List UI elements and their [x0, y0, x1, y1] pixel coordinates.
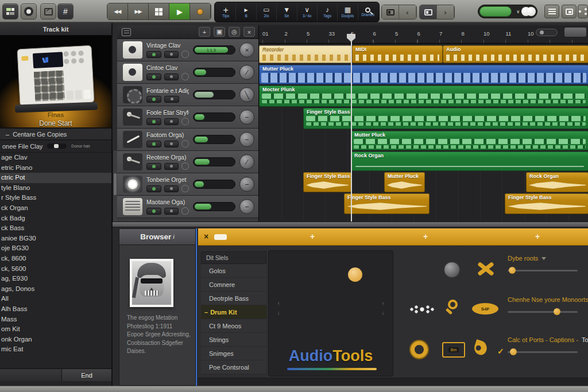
- lcd-output-button[interactable]: ▦Doojois: [338, 3, 358, 21]
- category-item[interactable]: Deotrple Bass: [201, 292, 266, 305]
- track-action-button[interactable]: ⁄: [239, 154, 254, 169]
- category-item[interactable]: Strings: [201, 333, 266, 347]
- chenhe-slider[interactable]: [508, 311, 578, 313]
- xy-pad-ball[interactable]: [348, 267, 362, 282]
- list-item[interactable]: ck Organ: [0, 203, 111, 214]
- category-item[interactable]: Poe Contsroal: [201, 360, 266, 374]
- list-item[interactable]: tyle Blano: [0, 183, 111, 193]
- list-item[interactable]: All: [0, 294, 111, 304]
- midi-region-green[interactable]: Rock Organ: [351, 152, 588, 171]
- add-marker-icon[interactable]: +: [535, 232, 540, 241]
- lcd-signature-button[interactable]: ∨3 ⁄ 4o: [297, 3, 318, 21]
- close-panel-button[interactable]: ×: [243, 27, 255, 37]
- master-volume-slider[interactable]: ∨: [478, 5, 537, 18]
- target-button[interactable]: ◎: [229, 27, 240, 37]
- record-button[interactable]: [190, 3, 211, 20]
- track-row[interactable]: Vintage Clav 1:1.3 ×: [117, 39, 258, 61]
- list-item[interactable]: om Kit: [0, 324, 111, 335]
- monitor-toggle[interactable]: [181, 140, 189, 148]
- audio-region[interactable]: Finger Style Bass: [344, 193, 430, 214]
- smart-controls-button[interactable]: [40, 3, 56, 20]
- lcd-marker-button[interactable]: ▼Se: [277, 3, 297, 21]
- editor-button[interactable]: #: [57, 3, 74, 20]
- track-action-button[interactable]: −: [239, 132, 254, 147]
- horizontal-scrollbar[interactable]: [113, 222, 588, 227]
- check-icon[interactable]: ✓: [497, 347, 504, 356]
- slider-knob[interactable]: [510, 348, 517, 355]
- speaker-donut-icon[interactable]: [411, 341, 428, 358]
- volume-slider[interactable]: [193, 202, 235, 211]
- solo-button[interactable]: [164, 96, 179, 103]
- library-button[interactable]: [2, 3, 18, 20]
- ball-icon[interactable]: [444, 262, 460, 278]
- quick-help-button[interactable]: [21, 3, 37, 20]
- arrange-timeline[interactable]: 01253356567810111010 Recorder MIDI Audio…: [258, 25, 588, 222]
- list-item[interactable]: ag, E930: [0, 274, 111, 284]
- grid-button[interactable]: ▣: [214, 27, 225, 37]
- arrow-up-icon[interactable]: ↑: [380, 301, 386, 306]
- list-item[interactable]: Alh Bass: [0, 304, 111, 315]
- playhead[interactable]: [351, 33, 352, 222]
- midi-region[interactable]: MIDI: [352, 45, 443, 63]
- lcd-add-button[interactable]: +Tipo: [216, 3, 236, 21]
- arrow-down-icon[interactable]: ↓: [380, 311, 386, 316]
- add-marker-icon[interactable]: +: [423, 232, 428, 241]
- track-row[interactable]: Faotom Orga) −: [117, 129, 258, 151]
- volume-slider[interactable]: [193, 68, 235, 77]
- list-item[interactable]: ck Bass: [0, 223, 111, 234]
- mute-button[interactable]: [146, 185, 161, 192]
- list-item-selected[interactable]: ctric Pot: [0, 173, 111, 183]
- media-browser-button[interactable]: [562, 5, 577, 18]
- rewind-button[interactable]: ◀◀: [107, 3, 128, 20]
- mute-button[interactable]: [146, 163, 161, 170]
- track-action-button[interactable]: ×: [239, 42, 254, 57]
- monitor-toggle[interactable]: [181, 185, 189, 192]
- midi-region-blue[interactable]: Mutter Pluck: [259, 65, 588, 84]
- track-row[interactable]: Fontarie e.t Adig ╲: [117, 84, 258, 106]
- track-menu-icon[interactable]: [122, 28, 131, 36]
- volume-slider[interactable]: [193, 180, 235, 189]
- list-item[interactable]: onk Organ: [0, 335, 111, 345]
- mute-button[interactable]: [146, 51, 161, 58]
- plugin-title-bar[interactable]: × + + +: [198, 228, 588, 246]
- list-item[interactable]: age Clav: [0, 153, 111, 163]
- share-button[interactable]: [578, 5, 588, 18]
- forward-nav-button[interactable]: ›: [437, 5, 454, 19]
- list-item[interactable]: oje BG30: [0, 243, 111, 254]
- volume-slider[interactable]: [193, 157, 235, 166]
- add-track-button[interactable]: +: [199, 27, 210, 37]
- xy-pad[interactable]: ↑ ↓ ↑ ↓ AudioTools: [268, 250, 393, 377]
- audio-region[interactable]: Finger Style Bass: [505, 193, 588, 214]
- category-item-selected[interactable]: – Drum Kit: [201, 305, 266, 319]
- list-item[interactable]: ck Badg: [0, 214, 111, 224]
- midi-region-green[interactable]: Mutter Pluck: [351, 131, 588, 150]
- solo-button[interactable]: [164, 163, 179, 170]
- track-row[interactable]: Maotane Oga) −: [117, 196, 258, 218]
- category-item[interactable]: Golos: [201, 264, 266, 278]
- list-item[interactable]: Mass: [0, 315, 111, 325]
- recorder-region[interactable]: Recorder: [259, 45, 352, 63]
- midi-region-green[interactable]: Mocter Plunk: [259, 86, 588, 107]
- close-icon[interactable]: ×: [204, 232, 208, 240]
- monitor-toggle[interactable]: [181, 162, 189, 170]
- monitor-toggle[interactable]: [181, 73, 189, 80]
- list-item[interactable]: anioe BG30: [0, 234, 111, 244]
- lcd-cursor-button[interactable]: ▸B: [236, 3, 256, 21]
- mini-slider[interactable]: [47, 143, 67, 149]
- monitor-toggle[interactable]: [181, 118, 189, 125]
- mute-button[interactable]: [146, 118, 161, 125]
- track-row[interactable]: Tonberie Orget −: [117, 173, 258, 196]
- list-item[interactable]: etric Piano: [0, 163, 111, 173]
- monitor-toggle[interactable]: [181, 51, 189, 58]
- tone-slider[interactable]: [508, 351, 578, 353]
- slider-knob[interactable]: [554, 308, 560, 315]
- slider-knob[interactable]: [509, 267, 516, 274]
- list-item[interactable]: ck, 5600: [0, 264, 111, 274]
- footer-spacer-button[interactable]: [0, 369, 62, 381]
- audio-region[interactable]: Finger Style Bass: [303, 172, 351, 192]
- magnifier-icon[interactable]: [444, 300, 462, 317]
- forward-button[interactable]: ▶▶: [128, 3, 149, 20]
- category-item[interactable]: Snimges: [201, 347, 266, 360]
- add-marker-icon[interactable]: +: [310, 232, 315, 241]
- solo-button[interactable]: [164, 51, 179, 58]
